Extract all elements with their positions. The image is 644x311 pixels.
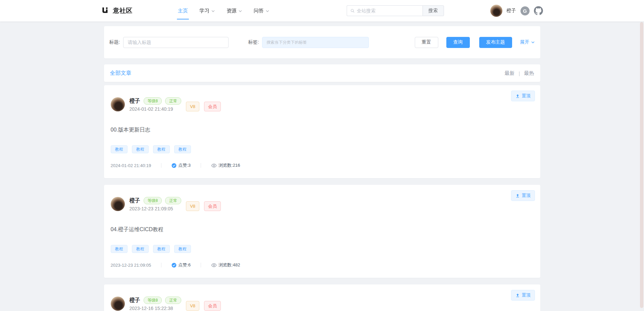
pin-button[interactable]: 置顶 [511,91,535,101]
pin-button[interactable]: 置顶 [511,290,535,301]
nav-item-qa[interactable]: 问答 [248,0,275,21]
gitee-icon[interactable]: G [521,6,530,15]
level-badge: 等级8 [144,297,162,304]
user-name[interactable]: 橙子 [507,8,516,14]
nav-label: 主页 [178,8,188,14]
user-avatar[interactable] [490,5,502,17]
header-user-area: 橙子 G [490,5,543,17]
pin-label: 置顶 [522,93,531,99]
pin-top-icon [515,293,520,298]
pin-top-icon [515,194,520,198]
member-badge: 会员 [204,301,221,311]
divider [201,263,201,267]
sort-newest[interactable]: 最新 [505,70,515,76]
sort-hottest[interactable]: 最热 [524,70,534,76]
nav-item-resources[interactable]: 资源 [221,0,248,21]
title-filter-label: 标题: [109,39,120,45]
post-card: 置顶 橙子 等级8 正常 2023-12-16 15:22:38 V8 会员 [104,284,540,311]
post-footer: 2024-01-02 21:40:19 点赞:3 浏览数:216 [111,162,534,168]
post-datetime: 2023-12-23 21:09:05 [130,206,182,211]
main-content: 标题: 标签: 重置 查询 发布主题 展开 全部文章 最新 | 最热 置顶 [104,21,540,311]
divider [161,263,161,267]
pin-label: 置顶 [522,292,531,298]
filter-bar: 标题: 标签: 重置 查询 发布主题 展开 [104,26,540,58]
post-footer-date: 2024-01-02 21:40:19 [111,163,151,168]
post-footer-date: 2023-12-23 21:09:05 [111,263,151,268]
post-author-row: 橙子 等级8 正常 2023-12-23 21:09:05 V8 会员 [111,197,534,211]
publish-topic-button[interactable]: 发布主题 [479,37,512,48]
pin-button[interactable]: 置顶 [511,190,535,201]
likes-stat: 点赞:3 [171,162,191,168]
post-title[interactable]: 04.橙子运维CICD教程 [111,226,534,233]
top-header: 意社区 主页 学习 资源 问答 搜索 [0,0,644,21]
post-tag[interactable]: 教程 [132,145,149,153]
post-author-row: 橙子 等级8 正常 2023-12-16 15:22:38 V8 会员 [111,297,534,311]
site-title: 意社区 [113,6,133,15]
search-icon [350,8,355,13]
status-badge: 正常 [165,197,181,204]
sort-separator: | [519,70,520,76]
query-button[interactable]: 查询 [446,37,470,48]
author-avatar[interactable] [111,97,125,111]
post-title[interactable]: 00.版本更新日志 [111,126,534,134]
nav-label: 资源 [227,8,237,14]
site-logo[interactable]: 意社区 [101,6,133,15]
post-tag[interactable]: 教程 [174,245,191,253]
main-nav: 主页 学习 资源 问答 [172,0,275,21]
views-label: 浏览数:216 [218,162,240,168]
chevron-down-icon [531,40,535,44]
level-badge: 等级8 [144,197,162,204]
tag-filter-input[interactable] [262,37,369,48]
author-name[interactable]: 橙子 [130,197,140,204]
level-badge: 等级8 [144,97,162,105]
nav-label: 问答 [254,8,264,14]
author-name[interactable]: 橙子 [130,297,140,304]
member-badge: 会员 [204,102,221,111]
divider [201,163,201,168]
post-tag[interactable]: 教程 [153,145,170,153]
eye-icon [211,163,217,168]
title-filter-input[interactable] [123,37,229,48]
post-tag[interactable]: 教程 [153,245,170,253]
nav-item-home[interactable]: 主页 [172,0,194,21]
scrollbar-thumb[interactable] [640,22,643,308]
expand-label: 展开 [520,39,530,45]
author-avatar[interactable] [111,197,125,211]
expand-toggle[interactable]: 展开 [520,39,535,45]
post-tag[interactable]: 教程 [111,145,128,153]
list-header-bar: 全部文章 最新 | 最热 [104,64,540,82]
chevron-down-icon [265,9,269,13]
post-tag[interactable]: 教程 [174,145,191,153]
post-footer: 2023-12-23 21:09:05 点赞:6 浏览数:482 [111,262,534,268]
chevron-down-icon [238,9,242,13]
vip-badge: V8 [186,102,199,111]
likes-stat: 点赞:6 [171,262,191,268]
like-check-icon [171,263,177,268]
post-author-row: 橙子 等级8 正常 2024-01-02 21:40:19 V8 会员 [111,97,534,112]
github-icon[interactable] [534,6,543,15]
nav-item-learn[interactable]: 学习 [194,0,221,21]
post-tags: 教程 教程 教程 教程 [111,245,534,253]
divider [161,163,161,168]
post-tags: 教程 教程 教程 教程 [111,145,534,153]
eye-icon [211,263,217,268]
search-button[interactable]: 搜索 [423,5,444,16]
search-input[interactable] [357,8,419,13]
nav-label: 学习 [199,8,209,14]
post-card: 置顶 橙子 等级8 正常 2024-01-02 21:40:19 V8 会员 0… [104,85,540,178]
author-avatar[interactable] [111,297,125,311]
vip-badge: V8 [186,201,199,211]
all-articles-tab[interactable]: 全部文章 [110,70,132,77]
reset-button[interactable]: 重置 [415,37,438,48]
post-tag[interactable]: 教程 [111,245,128,253]
chevron-down-icon [211,9,215,13]
status-badge: 正常 [165,297,181,304]
pin-label: 置顶 [522,193,531,199]
views-stat: 浏览数:482 [211,262,240,268]
views-label: 浏览数:482 [218,262,240,268]
views-stat: 浏览数:216 [211,162,240,168]
author-name[interactable]: 橙子 [130,98,140,105]
likes-label: 点赞:6 [178,262,191,268]
post-datetime: 2024-01-02 21:40:19 [130,106,182,112]
post-tag[interactable]: 教程 [132,245,149,253]
